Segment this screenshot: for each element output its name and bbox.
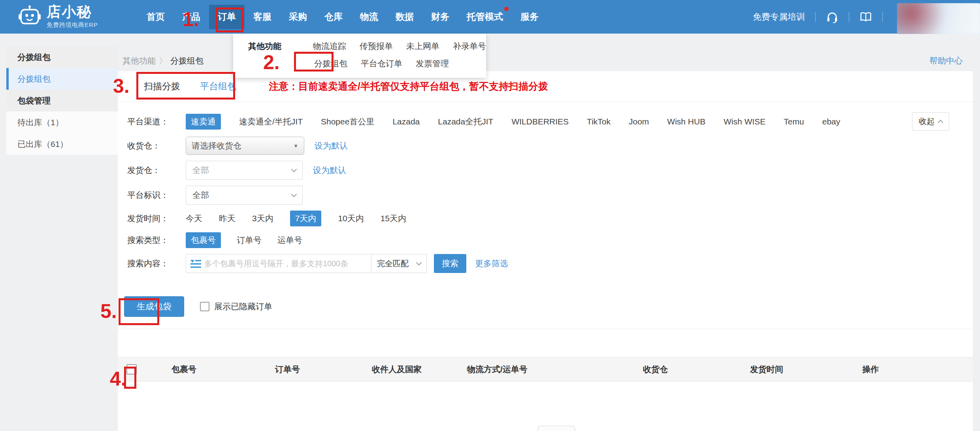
empty-table-area <box>118 382 973 431</box>
sidebar: 分拨组包 分拨组包 包袋管理 待出库（1） 已出库（61） <box>6 46 118 155</box>
channel-chip-lazada-jit[interactable]: Lazada全托JIT <box>438 116 493 127</box>
divider <box>882 12 883 22</box>
search-type-chip-tracking-no[interactable]: 运单号 <box>277 235 302 246</box>
nav-item-home[interactable]: 首页 <box>138 0 173 34</box>
main-area: 其他功能 〉 分拨组包 帮助中心 扫描分拨 平台组包 注意：目前速卖通全/半托管… <box>118 46 973 431</box>
column-logistics-tracking: 物流方式/运单号 <box>467 364 643 375</box>
nav-item-customer-service[interactable]: 客服 <box>245 0 280 34</box>
column-package-no: 包裹号 <box>146 364 275 375</box>
account-blur <box>897 3 980 34</box>
channel-chip-wish-hub[interactable]: Wish HUB <box>667 117 705 126</box>
search-button[interactable]: 搜索 <box>434 254 466 273</box>
channel-chip-aliexpress[interactable]: 速卖通 <box>186 114 221 130</box>
search-type-chip-order-no[interactable]: 订单号 <box>237 235 262 246</box>
channel-chip-aliexpress-jit[interactable]: 速卖通全/半托JIT <box>239 116 303 127</box>
filter-section: 平台渠道： 速卖通 速卖通全/半托JIT Shopee首公里 Lazada La… <box>118 102 973 279</box>
nav-item-products[interactable]: 产品 <box>173 0 209 34</box>
nav-item-finance[interactable]: 财务 <box>422 0 458 34</box>
channel-chip-ebay[interactable]: ebay <box>822 117 841 126</box>
menu-item-sorting-packing[interactable]: 分拨组包 <box>314 58 347 69</box>
action-row: 生成包袋 展示已隐藏订单 <box>118 296 973 317</box>
platform-flag-select[interactable]: 全部 <box>186 186 303 205</box>
headset-icon[interactable] <box>826 11 839 23</box>
nav-item-hosting-mode[interactable]: 托管模式 <box>458 0 512 34</box>
triangle-down-icon: ▼ <box>293 143 298 149</box>
chevron-down-icon <box>416 260 422 265</box>
channel-chip-lazada[interactable]: Lazada <box>392 117 420 126</box>
search-input[interactable] <box>186 254 371 273</box>
chevron-up-icon <box>938 120 943 125</box>
platform-channel-label: 平台渠道： <box>127 116 186 127</box>
show-hidden-orders-toggle[interactable]: 展示已隐藏订单 <box>200 301 272 312</box>
column-ship-time: 发货时间 <box>750 364 862 375</box>
time-chip-15days[interactable]: 15天内 <box>381 213 406 224</box>
show-hidden-label: 展示已隐藏订单 <box>214 301 272 312</box>
logo-subtitle: 免费跨境电商ERP <box>47 21 98 29</box>
channel-chip-shopee-first-mile[interactable]: Shopee首公里 <box>321 116 374 127</box>
account-area-blurred[interactable] <box>897 3 980 34</box>
top-navbar: 店小秘 免费跨境电商ERP 首页 产品 订单 客服 采购 仓库 物流 数据 财务… <box>0 0 980 34</box>
main-nav: 首页 产品 订单 客服 采购 仓库 物流 数据 财务 托管模式 服务 <box>138 0 547 34</box>
nav-item-purchasing[interactable]: 采购 <box>280 0 316 34</box>
channel-chip-tiktok[interactable]: TikTok <box>587 117 611 126</box>
nav-item-data[interactable]: 数据 <box>387 0 422 34</box>
divider <box>849 12 849 22</box>
match-mode-select[interactable]: 完全匹配 <box>371 254 427 273</box>
time-chip-yesterday[interactable]: 昨天 <box>219 213 236 224</box>
channel-chip-temu[interactable]: Temu <box>784 117 804 126</box>
menu-item-not-online[interactable]: 未上网单 <box>406 41 439 52</box>
more-filters-link[interactable]: 更多筛选 <box>475 258 508 269</box>
ship-warehouse-row: 发货仓： 全部 设为默认 <box>127 161 949 180</box>
sidebar-item-sorting-packing[interactable]: 分拨组包 <box>6 68 118 90</box>
ship-time-row: 发货时间： 今天 昨天 3天内 7天内 10天内 15天内 <box>127 211 949 226</box>
search-type-chip-package-no[interactable]: 包裹号 <box>186 232 221 248</box>
dropdown-category-label: 其他功能 <box>248 41 313 52</box>
breadcrumb-parent[interactable]: 其他功能 <box>122 55 156 66</box>
nav-item-logistics[interactable]: 物流 <box>351 0 387 34</box>
channel-chip-wish-wise[interactable]: Wish WISE <box>724 117 765 126</box>
column-recipient-country: 收件人及国家 <box>372 364 467 375</box>
orders-dropdown-menu: 其他功能 物流追踪 传预报单 未上网单 补录单号 分拨组包 平台仓订单 发票管理 <box>233 34 486 78</box>
navbar-right: 免费专属培训 <box>753 0 980 34</box>
page-content: 分拨组包 分拨组包 包袋管理 待出库（1） 已出库（61） 其他功能 〉 分拨组… <box>0 46 980 431</box>
time-chip-today[interactable]: 今天 <box>186 213 202 224</box>
chevron-down-icon <box>291 191 297 197</box>
receive-warehouse-select[interactable]: 请选择收货仓 ▼ <box>186 137 304 155</box>
show-hidden-checkbox[interactable] <box>200 302 209 311</box>
nav-item-warehouse[interactable]: 仓库 <box>316 0 351 34</box>
app-logo[interactable]: 店小秘 免费跨境电商ERP <box>0 5 138 29</box>
ship-set-default-link[interactable]: 设为默认 <box>313 165 346 176</box>
menu-item-invoice-management[interactable]: 发票管理 <box>416 58 449 69</box>
sidebar-item-shipped-outbound[interactable]: 已出库（61） <box>6 133 118 155</box>
ship-warehouse-select[interactable]: 全部 <box>186 161 303 180</box>
collapse-filters-button[interactable]: 收起 <box>912 112 949 131</box>
time-chip-10days[interactable]: 10天内 <box>338 213 364 224</box>
nav-item-services[interactable]: 服务 <box>512 0 547 34</box>
menu-item-platform-warehouse-orders[interactable]: 平台仓订单 <box>361 58 402 69</box>
breadcrumb-separator: 〉 <box>159 55 167 66</box>
divider <box>815 12 816 22</box>
receive-set-default-link[interactable]: 设为默认 <box>315 140 348 151</box>
generate-bag-button[interactable]: 生成包袋 <box>124 296 184 317</box>
free-training-link[interactable]: 免费专属培训 <box>753 11 805 23</box>
select-all-checkbox[interactable] <box>126 364 137 375</box>
menu-item-pre-declaration[interactable]: 传预报单 <box>360 41 393 52</box>
tab-scan-sorting[interactable]: 扫描分拨 <box>144 80 180 92</box>
sidebar-item-pending-outbound[interactable]: 待出库（1） <box>6 111 118 133</box>
table-top-spacer <box>118 329 973 357</box>
sidebar-group-sorting-packing: 分拨组包 <box>6 46 118 68</box>
tab-platform-packing[interactable]: 平台组包 <box>200 80 236 92</box>
manual-book-icon[interactable] <box>859 11 872 23</box>
column-order-no: 订单号 <box>275 364 372 375</box>
time-chip-3days[interactable]: 3天内 <box>252 213 273 224</box>
time-chip-7days[interactable]: 7天内 <box>290 211 322 226</box>
batch-input-icon <box>190 260 201 270</box>
column-receive-warehouse: 收货仓 <box>643 364 750 375</box>
help-center-link[interactable]: 帮助中心 <box>929 55 963 66</box>
nav-item-orders[interactable]: 订单 <box>209 5 245 29</box>
channel-chip-joom[interactable]: Joom <box>629 117 649 126</box>
menu-item-logistics-tracking[interactable]: 物流追踪 <box>313 41 346 52</box>
receive-warehouse-label: 收货仓： <box>127 140 186 151</box>
channel-chip-wildberries[interactable]: WILDBERRIES <box>511 117 569 126</box>
menu-item-supplement-tracking[interactable]: 补录单号 <box>453 41 486 52</box>
